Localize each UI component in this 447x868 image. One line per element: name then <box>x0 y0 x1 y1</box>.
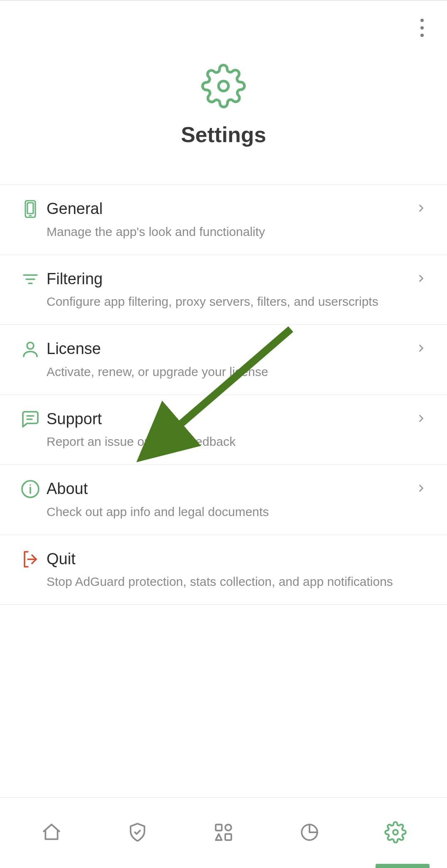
svg-rect-16 <box>225 834 231 840</box>
more-icon[interactable] <box>420 19 424 37</box>
chevron-right-icon <box>414 269 429 284</box>
nav-stats[interactable] <box>293 816 326 850</box>
bottom-nav <box>0 797 447 868</box>
hero: Settings <box>0 55 447 184</box>
item-title: Filtering <box>47 269 414 289</box>
info-icon <box>20 479 40 501</box>
chart-icon <box>299 822 320 844</box>
gear-icon <box>384 821 407 845</box>
item-subtitle: Manage the app's look and functionality <box>47 223 414 241</box>
svg-point-17 <box>393 830 398 835</box>
svg-point-7 <box>27 342 34 349</box>
nav-home[interactable] <box>35 816 68 850</box>
top-bar <box>0 1 447 55</box>
settings-item-general[interactable]: General Manage the app's look and functi… <box>0 184 447 255</box>
nav-protection[interactable] <box>121 816 154 850</box>
svg-point-15 <box>225 824 231 831</box>
exit-icon <box>20 549 40 571</box>
chat-icon <box>20 409 40 431</box>
item-subtitle: Configure app filtering, proxy servers, … <box>47 293 414 310</box>
settings-item-quit[interactable]: Quit Stop AdGuard protection, stats coll… <box>0 535 447 605</box>
item-subtitle: Activate, renew, or upgrade your license <box>47 363 414 381</box>
chevron-right-icon <box>414 339 429 354</box>
item-subtitle: Stop AdGuard protection, stats collectio… <box>47 573 414 590</box>
item-title: About <box>47 479 414 499</box>
shapes-icon <box>213 822 234 844</box>
svg-rect-2 <box>27 203 33 214</box>
item-title: Quit <box>47 549 414 569</box>
nav-settings[interactable] <box>379 816 412 850</box>
shield-icon <box>127 822 148 844</box>
settings-list: General Manage the app's look and functi… <box>0 184 447 605</box>
item-title: Support <box>47 409 414 429</box>
chevron-right-icon <box>414 479 429 494</box>
chevron-right-icon <box>414 409 429 424</box>
settings-item-support[interactable]: Support Report an issue or leave feedbac… <box>0 395 447 465</box>
item-title: General <box>47 199 414 219</box>
item-subtitle: Check out app info and legal documents <box>47 503 414 521</box>
nav-apps[interactable] <box>207 816 240 850</box>
gear-icon <box>201 63 246 111</box>
content: Settings General Manage the app's look a… <box>0 1 447 797</box>
settings-item-filtering[interactable]: Filtering Configure app filtering, proxy… <box>0 255 447 325</box>
settings-item-license[interactable]: License Activate, renew, or upgrade your… <box>0 325 447 395</box>
item-subtitle: Report an issue or leave feedback <box>47 433 414 450</box>
settings-item-about[interactable]: About Check out app info and legal docum… <box>0 465 447 535</box>
home-icon <box>41 822 62 844</box>
svg-rect-14 <box>216 824 222 831</box>
device-icon <box>20 199 40 221</box>
svg-point-0 <box>219 81 228 91</box>
page-title: Settings <box>181 122 266 147</box>
item-title: License <box>47 339 414 359</box>
user-icon <box>20 339 40 361</box>
settings-screen: Settings General Manage the app's look a… <box>0 0 447 868</box>
filter-icon <box>20 269 40 291</box>
nav-active-indicator <box>376 864 430 868</box>
chevron-right-icon <box>414 199 429 214</box>
